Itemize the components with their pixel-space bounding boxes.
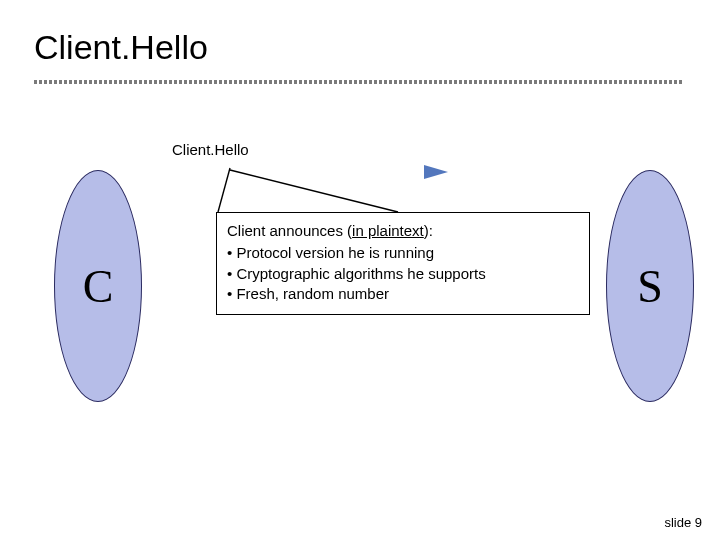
callout-lead-underlined: in plaintext: [352, 222, 424, 239]
callout-lead: Client announces (in plaintext):: [227, 221, 579, 241]
callout-bullets: Protocol version he is running Cryptogra…: [227, 243, 579, 304]
footer-number: 9: [695, 515, 702, 530]
footer-label: slide: [664, 515, 691, 530]
slide-footer: slide 9: [664, 515, 702, 530]
callout-box: Client announces (in plaintext): Protoco…: [216, 212, 590, 315]
callout-lead-prefix: Client announces (: [227, 222, 352, 239]
callout-bullet: Protocol version he is running: [227, 243, 579, 263]
callout-bullet: Cryptographic algorithms he supports: [227, 264, 579, 284]
callout-lead-suffix: ):: [424, 222, 433, 239]
svg-line-2: [218, 168, 230, 212]
callout-bullet: Fresh, random number: [227, 284, 579, 304]
svg-line-3: [230, 170, 398, 212]
